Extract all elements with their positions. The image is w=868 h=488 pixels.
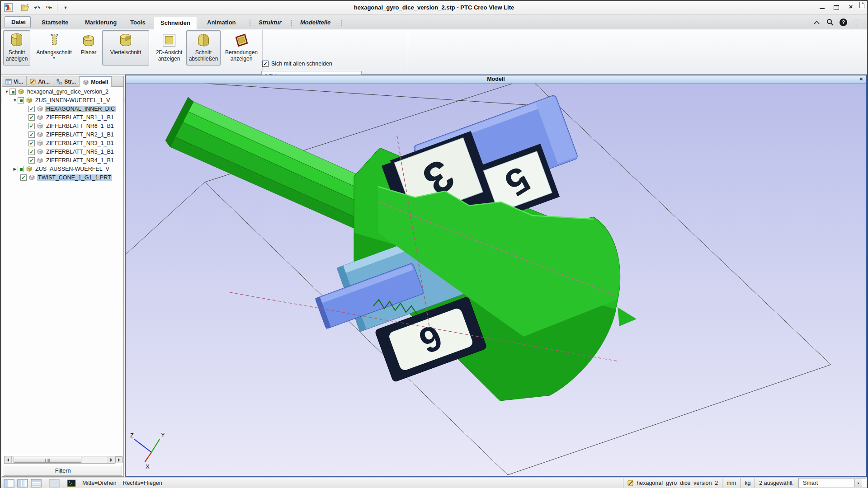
collapse-ribbon-button[interactable] [812,18,821,26]
selection-mode-dropdown[interactable]: Smart ▾ [798,478,866,488]
tree-row[interactable]: ▶ ZUS_AUSSEN-WUERFEL_V [2,164,123,173]
tab-startseite[interactable]: Startseite [35,17,75,29]
model-display-icon [67,479,76,487]
length-unit-field[interactable]: mm [722,478,740,488]
visibility-checkbox-mixed[interactable] [9,89,16,95]
tree-item-label[interactable]: hexagonal_gyro_dice_version_2 [26,89,109,95]
tree-horizontal-scrollbar[interactable] [4,456,115,464]
schnitt-abschliessen-button[interactable]: Schnittabschließen [186,30,221,66]
anfangsschnitt-button[interactable]: Anfangsschnitt ▾ [33,30,75,66]
tree-item-label[interactable]: ZIFFERBLATT_NR6_1_B1 [45,123,115,129]
visibility-checkbox-checked[interactable]: ✓ [20,174,27,181]
tree-row[interactable]: ✓ ZIFFERBLATT_NR6_1_B1 [2,122,123,130]
expander-open-icon[interactable]: ▼ [12,98,18,103]
scroll-left-button[interactable] [5,456,12,463]
visibility-checkbox-checked[interactable]: ✓ [28,114,35,121]
viewport-close-button[interactable]: × [858,75,864,83]
app-icon[interactable] [4,3,14,13]
tab-schneiden[interactable]: Schneiden [154,17,197,30]
layout-grid-button[interactable] [49,479,60,488]
help-button[interactable]: ? [840,19,847,26]
redo-dropdown-icon[interactable]: ▾ [50,6,52,10]
tree-row[interactable]: ▼ ZUS_INNEN-WUERFEL_1_V [2,96,123,104]
undo-dropdown-icon[interactable]: ▾ [38,6,40,10]
assembly-icon [18,88,24,95]
filter-bar[interactable]: Filtern [4,466,122,476]
tree-row[interactable]: ▼ hexagonal_gyro_dice_version_2 [2,87,123,96]
layout-split-horizontal-button[interactable] [31,479,42,488]
minimize-button[interactable] [818,4,826,10]
tree-row[interactable]: ✓ ZIFFERBLATT_NR3_1_B1 [2,139,123,147]
2d-ansicht-button[interactable]: 2D-Ansichtanzeigen [153,30,185,66]
tree-item-label[interactable]: ZIFFERBLATT_NR5_1_B1 [45,149,115,155]
tree-item-label[interactable]: TWIST_CONE_1_G1_1.PRT [37,174,112,181]
model-view-canvas[interactable]: 6 3 5 [126,84,866,476]
tree-row[interactable]: ✓ ZIFFERBLATT_NR5_1_B1 [2,147,123,156]
check-icon: ✓ [29,123,34,129]
dropdown-button[interactable]: ▾ [854,479,862,487]
tab-label: Markierung [85,19,117,26]
tree-item-label[interactable]: ZIFFERBLATT_NR2_1_B1 [45,131,115,138]
expander-closed-icon[interactable]: ▶ [12,167,18,171]
visibility-checkbox-mixed[interactable] [18,166,24,172]
selection-count-value: 2 ausgewählt [759,480,793,486]
visibility-checkbox-checked[interactable]: ✓ [28,106,35,112]
viewport-header[interactable]: Modell × [126,75,866,84]
layout-single-button[interactable] [4,479,14,488]
visibility-checkbox-checked[interactable]: ✓ [28,149,35,155]
tab-markierung[interactable]: Markierung [79,17,123,29]
tree-item-label[interactable]: ZIFFERBLATT_NR1_1_B1 [45,114,115,121]
panel-tab-structure[interactable]: Str... [53,76,80,87]
expander-open-icon[interactable]: ▼ [4,89,9,94]
planar-button[interactable]: Planar [77,30,100,66]
berandungen-anzeigen-button[interactable]: Berandungenanzeigen [222,30,260,66]
visibility-checkbox-checked[interactable]: ✓ [28,157,35,164]
tab-animation[interactable]: Animation [201,17,242,29]
mass-unit-field[interactable]: kg [740,478,755,488]
active-model-field[interactable]: hexagonal_gyro_dice_version_2 [623,478,722,488]
tab-tools[interactable]: Tools [124,17,152,29]
maximize-button[interactable] [833,4,840,10]
panel-scroll-button[interactable] [115,456,123,463]
customize-toolbar-button[interactable]: ▼ [61,3,71,13]
model-display-button[interactable] [67,479,76,487]
tab-modellteile[interactable]: Modellteile [294,17,337,29]
tree-row[interactable]: ✓ HEXAGONAL_INNER_DIC [2,104,123,113]
undo-button[interactable]: ↶▾ [32,3,42,13]
visibility-checkbox-checked[interactable]: ✓ [28,123,35,129]
sich-mit-allen-schneiden-checkbox[interactable]: ✓ Sich mit allen schneiden [262,61,332,67]
tree-row[interactable]: ✓ TWIST_CONE_1_G1_1.PRT [2,173,123,182]
visibility-checkbox-checked[interactable]: ✓ [28,131,35,138]
search-button[interactable] [826,18,834,26]
redo-button[interactable]: ↷▾ [44,3,54,13]
tree-item-label[interactable]: ZIFFERBLATT_NR4_1_B1 [45,157,115,164]
close-button[interactable]: × [847,4,854,10]
viertelschnitt-button[interactable]: Viertelschnitt [102,30,149,66]
document-restore-icon[interactable] [859,2,864,8]
panel-tab-modell[interactable]: Modell [80,76,112,87]
tab-struktur[interactable]: Struktur [252,17,288,29]
layout-split-vertical-button[interactable] [17,479,28,488]
button-label: Planar [81,49,97,56]
layout-split-vertical-icon [17,479,28,488]
tab-label: Modell [91,79,108,85]
panel-tab-annotations[interactable]: An... [27,76,53,87]
open-file-button[interactable] [20,3,30,13]
chevron-down-icon[interactable]: ▾ [53,56,55,60]
tree-item-label[interactable]: HEXAGONAL_INNER_DIC [45,106,116,112]
ribbon-tab-bar: Datei ▾ Startseite Markierung Tools Schn… [1,14,867,29]
panel-tab-viewables[interactable]: Vi... [2,76,27,87]
tree-row[interactable]: ✓ ZIFFERBLATT_NR2_1_B1 [2,130,123,139]
scroll-right-button[interactable] [108,456,115,463]
schnitt-anzeigen-button[interactable]: Schnittanzeigen [3,30,30,66]
tree-row[interactable]: ✓ ZIFFERBLATT_NR4_1_B1 [2,156,123,164]
part-icon [37,148,43,155]
visibility-checkbox-mixed[interactable] [18,97,24,103]
scrollbar-thumb[interactable] [14,457,81,463]
tree-item-label[interactable]: ZUS_AUSSEN-WUERFEL_V [34,166,110,172]
tree-item-label[interactable]: ZUS_INNEN-WUERFEL_1_V [34,97,111,103]
tab-datei[interactable]: Datei ▾ [5,16,31,28]
tree-item-label[interactable]: ZIFFERBLATT_NR3_1_B1 [45,140,115,146]
tree-row[interactable]: ✓ ZIFFERBLATT_NR1_1_B1 [2,113,123,122]
visibility-checkbox-checked[interactable]: ✓ [28,140,35,146]
